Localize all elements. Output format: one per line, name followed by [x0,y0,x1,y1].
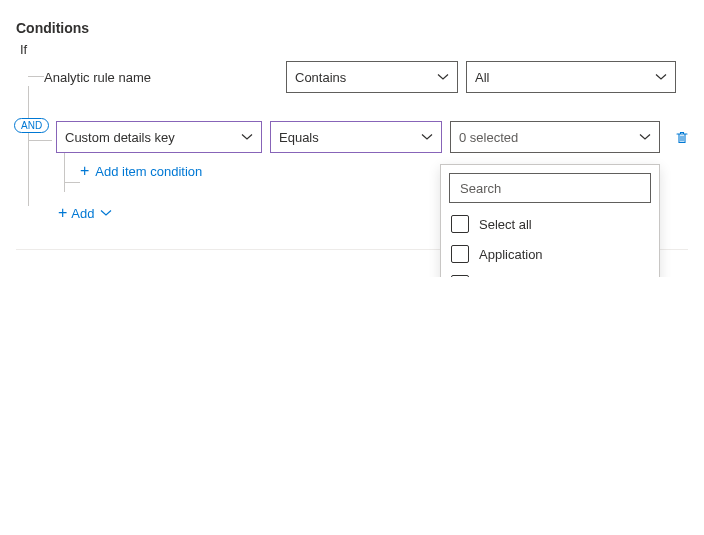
rule2-operator-select[interactable]: Equals [270,121,442,153]
rule1-value-select[interactable]: All [466,61,676,93]
delete-condition-button[interactable] [674,129,690,145]
rule2-key-value: Custom details key [65,130,175,145]
tree-branch-h2 [28,140,52,141]
checkbox-icon [451,215,469,233]
tree-connector-main [28,86,29,206]
rule1-operator-select[interactable]: Contains [286,61,458,93]
section-title: Conditions [16,20,688,36]
option-label: Application [479,247,543,262]
plus-icon: + [58,205,67,221]
rule1-field-label: Analytic rule name [44,66,278,89]
dropdown-search-input[interactable] [458,180,642,197]
if-label: If [20,42,688,57]
chevron-down-icon [639,131,651,143]
option-item[interactable]: AssetName [441,269,657,277]
chevron-down-icon [655,71,667,83]
rule2-key-select[interactable]: Custom details key [56,121,262,153]
rule2-operator-value: Equals [279,130,319,145]
value-dropdown-panel: Select all ApplicationAssetNameAssetPath… [440,164,660,277]
add-item-condition-label: Add item condition [95,164,202,179]
dropdown-search-wrap [449,173,651,203]
plus-icon: + [80,163,89,179]
option-label: AssetName [479,277,546,278]
chevron-down-icon [421,131,433,143]
chevron-down-icon [241,131,253,143]
option-select-all[interactable]: Select all [441,209,657,239]
checkbox-icon [451,245,469,263]
option-label: Select all [479,217,532,232]
chevron-down-icon [437,71,449,83]
dropdown-options-scroll[interactable]: Select all ApplicationAssetNameAssetPath… [441,209,659,277]
tree-branch-h1 [28,76,44,77]
chevron-down-icon [100,207,112,219]
rule1-operator-value: Contains [295,70,346,85]
rule2-value-text: 0 selected [459,130,518,145]
rule2-value-select[interactable]: 0 selected [450,121,660,153]
option-item[interactable]: Application [441,239,657,269]
and-pill: AND [14,118,49,133]
tree-branch-h3 [64,182,80,183]
add-label: Add [71,206,94,221]
rule1-value-text: All [475,70,489,85]
checkbox-icon [451,275,469,277]
